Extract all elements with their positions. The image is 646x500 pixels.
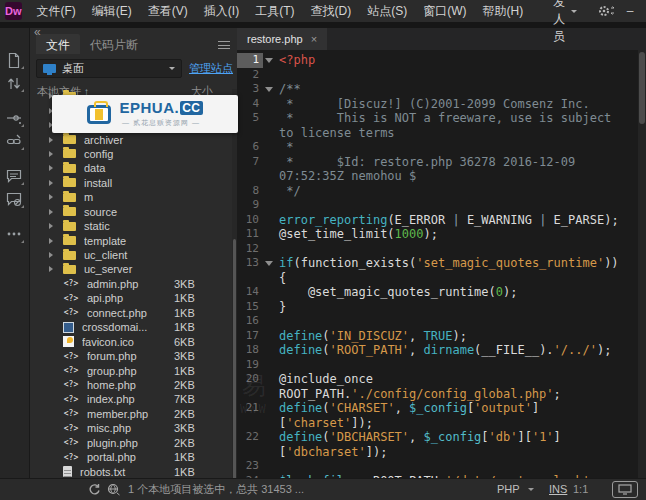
refresh-icon[interactable] [88, 482, 101, 500]
tree-row[interactable]: robots.txt1KB [30, 464, 232, 478]
code-line[interactable]: 15} [237, 300, 638, 315]
code-line[interactable]: 16 [237, 314, 638, 329]
site-selector-dropdown[interactable]: 桌面 [36, 59, 182, 78]
menu-item[interactable]: 帮助(H) [474, 0, 531, 22]
tree-row[interactable]: <?>home.php2KB [30, 378, 232, 392]
expand-arrow-icon[interactable] [49, 180, 53, 186]
comment-block-icon[interactable] [6, 191, 24, 209]
tree-row[interactable]: <?>forum.php3KB [30, 349, 232, 363]
tab-files[interactable]: 文件 [36, 34, 80, 54]
tree-row[interactable]: m [30, 190, 232, 204]
code-line[interactable]: ROOT_PATH.'./config/config_global.php'; [237, 387, 638, 402]
tree-row[interactable]: crossdomai...1KB [30, 320, 232, 334]
code-line[interactable]: 7 * $Id: restore.php 36278 2016-12-09 [237, 155, 638, 170]
code-line[interactable]: 19 [237, 358, 638, 373]
expand-arrow-icon[interactable] [49, 223, 53, 229]
link-checkout-icon[interactable] [6, 133, 24, 151]
tree-row[interactable]: <?>portal.php1KB [30, 450, 232, 464]
preview-device-button[interactable] [612, 481, 638, 498]
tree-row[interactable]: <?>api.php1KB [30, 291, 232, 305]
tree-row[interactable]: <?>index.php7KB [30, 392, 232, 406]
menu-item[interactable]: 查找(D) [302, 0, 359, 22]
tree-row[interactable]: archiver [30, 132, 232, 146]
comment-icon[interactable] [6, 168, 24, 186]
code-line[interactable]: 21define('CHARSET', $_config['output'] [237, 401, 638, 416]
insert-mode[interactable]: INS [549, 479, 567, 500]
filter-slider-icon[interactable] [6, 110, 24, 128]
expand-arrow-icon[interactable] [49, 137, 53, 143]
expand-arrow-icon[interactable] [49, 151, 53, 157]
workspace-switcher[interactable]: 开发人员 [553, 0, 577, 45]
tree-row[interactable]: install [30, 176, 232, 190]
code-line[interactable]: to license terms [237, 126, 638, 141]
tree-row[interactable]: favicon.ico6KB [30, 334, 232, 348]
fold-arrow-icon[interactable] [263, 53, 275, 68]
tree-row[interactable]: <?>connect.php1KB [30, 306, 232, 320]
code-line[interactable]: 1<?php [237, 53, 638, 68]
menu-item[interactable]: 窗口(W) [415, 0, 474, 22]
tree-row[interactable]: <?>admin.php3KB [30, 277, 232, 291]
code-line[interactable]: { [237, 271, 638, 286]
tree-row[interactable]: <?>plugin.php2KB [30, 436, 232, 450]
code-line[interactable]: ['dbcharset']); [237, 445, 638, 460]
expand-arrow-icon[interactable] [49, 252, 53, 258]
code-line[interactable]: 22define('DBCHARSET', $_config['db']['1'… [237, 430, 638, 445]
menu-item[interactable]: 工具(T) [247, 0, 302, 22]
expand-arrow-icon[interactable] [49, 209, 53, 215]
editor-scrollbar[interactable] [638, 50, 646, 478]
expand-arrow-icon[interactable] [49, 238, 53, 244]
chevron-down-icon[interactable] [528, 488, 534, 494]
code-line[interactable]: 8 */ [237, 184, 638, 199]
code-line[interactable]: 20@include_once [237, 372, 638, 387]
expand-arrow-icon[interactable] [49, 266, 53, 272]
fold-arrow-icon[interactable] [263, 256, 275, 271]
more-tools-icon[interactable] [6, 226, 24, 244]
code-line[interactable]: 3/** [237, 82, 638, 97]
code-line[interactable]: 13if(function_exists('set_magic_quotes_r… [237, 256, 638, 271]
tree-row[interactable]: <?>misc.php3KB [30, 421, 232, 435]
fold-arrow-icon[interactable] [263, 82, 275, 97]
code-line[interactable]: 10error_reporting(E_ERROR | E_WARNING | … [237, 213, 638, 228]
manage-sites-link[interactable]: 管理站点 [189, 61, 233, 76]
code-line[interactable]: 9 [237, 198, 638, 213]
tree-row[interactable]: source [30, 205, 232, 219]
collapse-panel-icon[interactable]: « [34, 25, 41, 39]
document-tab[interactable]: restore.php × [237, 28, 327, 50]
code-line[interactable]: 07:52:35Z nemohou $ [237, 169, 638, 184]
transfer-arrows-icon[interactable] [6, 75, 24, 93]
language-mode[interactable]: PHP [497, 479, 520, 500]
tree-row[interactable]: template [30, 233, 232, 247]
expand-arrow-icon[interactable] [49, 194, 53, 200]
tree-row[interactable]: static [30, 219, 232, 233]
tree-row[interactable]: uc_server [30, 262, 232, 276]
menu-item[interactable]: 站点(S) [359, 0, 415, 22]
menu-item[interactable]: 插入(I) [196, 0, 247, 22]
expand-arrow-icon[interactable] [49, 165, 53, 171]
code-line[interactable]: 4 * [Discuz!] (C)2001-2099 Comsenz Inc. [237, 97, 638, 112]
sync-settings-button[interactable] [597, 3, 617, 19]
editor-scrollbar-thumb[interactable] [639, 52, 645, 124]
tree-row[interactable]: <?>group.php1KB [30, 363, 232, 377]
code-line[interactable]: 11@set_time_limit(1000); [237, 227, 638, 242]
panel-scrollbar-thumb[interactable] [233, 239, 236, 479]
code-line[interactable]: 18define('ROOT_PATH', dirname(__FILE__).… [237, 343, 638, 358]
code-line[interactable]: 17define('IN_DISCUZ', TRUE); [237, 329, 638, 344]
code-area[interactable]: 易 WWW 1<?php23/**4 * [Discuz!] (C)2001-2… [237, 50, 638, 478]
code-line[interactable]: ['charset']); [237, 416, 638, 431]
code-line[interactable]: 12 [237, 242, 638, 257]
connect-server-icon[interactable] [107, 482, 121, 500]
menu-item[interactable]: 编辑(E) [84, 0, 140, 22]
code-line[interactable]: 14 @set_magic_quotes_runtime(0); [237, 285, 638, 300]
tab-snippets[interactable]: 代码片断 [80, 34, 148, 54]
code-line[interactable]: 5 * This is NOT a freeware, use is subje… [237, 111, 638, 126]
code-line[interactable]: 23 [237, 459, 638, 474]
panel-menu-icon[interactable] [218, 41, 230, 49]
minimize-button[interactable]: – [617, 0, 643, 22]
menu-item[interactable]: 查看(V) [140, 0, 196, 22]
code-line[interactable]: 2 [237, 68, 638, 83]
menu-item[interactable]: 文件(F) [29, 0, 84, 22]
close-tab-icon[interactable]: × [311, 33, 317, 45]
tree-row[interactable]: config [30, 147, 232, 161]
tree-row[interactable]: uc_client [30, 248, 232, 262]
file-icon[interactable] [6, 52, 24, 70]
